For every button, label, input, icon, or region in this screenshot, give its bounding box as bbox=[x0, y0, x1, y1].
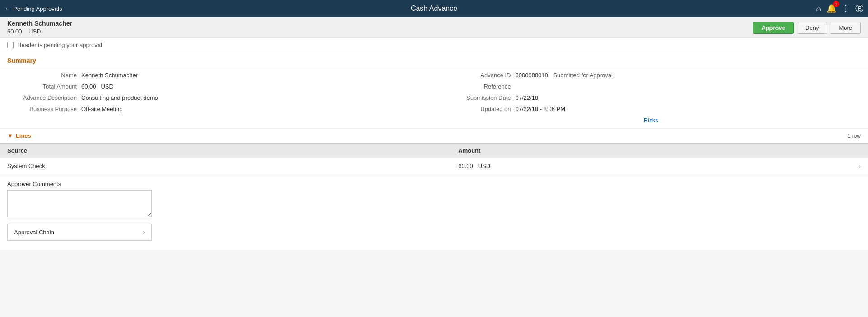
action-buttons: Approve Deny More bbox=[753, 20, 861, 34]
business-purpose-label: Business Purpose bbox=[9, 106, 81, 112]
back-button-label: Pending Approvals bbox=[13, 5, 62, 12]
advance-id-label: Advance ID bbox=[443, 72, 516, 79]
col-action bbox=[852, 144, 868, 158]
sub-header: Kenneth Schumacher 60.00 USD Approve Den… bbox=[0, 17, 868, 38]
more-button[interactable]: More bbox=[830, 22, 861, 34]
advance-desc-field-row: Advance Description Consulting and produ… bbox=[9, 94, 425, 101]
approval-chain-box[interactable]: Approval Chain › bbox=[7, 224, 152, 241]
currency: USD bbox=[28, 28, 41, 35]
pending-notice: Header is pending your approval bbox=[0, 38, 868, 52]
risks-link[interactable]: Risks bbox=[443, 117, 859, 124]
amount-line: 60.00 USD bbox=[7, 28, 72, 35]
approver-comments-textarea[interactable] bbox=[7, 190, 152, 217]
advance-description-label: Advance Description bbox=[9, 94, 81, 101]
submission-date-label: Submission Date bbox=[443, 94, 516, 101]
updated-on-label: Updated on bbox=[443, 106, 516, 112]
submission-date-value: 07/22/18 bbox=[516, 94, 539, 101]
advance-id-value: 0000000018 Submitted for Approval bbox=[516, 72, 613, 79]
updated-on-value: 07/22/18 - 8:06 PM bbox=[516, 106, 566, 112]
advance-description-value: Consulting and product demo bbox=[81, 94, 158, 101]
approver-comments-label: Approver Comments bbox=[7, 181, 861, 187]
lines-collapse-icon: ▼ bbox=[7, 132, 13, 139]
person-name: Kenneth Schumacher bbox=[7, 20, 72, 27]
checkbox-icon bbox=[7, 42, 14, 48]
back-arrow-icon: ← bbox=[5, 5, 11, 12]
total-amount-number: 60.00 bbox=[81, 83, 96, 90]
approve-button[interactable]: Approve bbox=[753, 22, 794, 34]
page-title: Cash Advance bbox=[411, 5, 457, 13]
home-icon[interactable]: ⌂ bbox=[816, 4, 821, 14]
back-button[interactable]: ← Pending Approvals bbox=[5, 5, 62, 12]
summary-left: Name Kenneth Schumacher Total Amount 60.… bbox=[0, 72, 434, 124]
name-value: Kenneth Schumacher bbox=[81, 72, 138, 79]
sub-header-left: Kenneth Schumacher 60.00 USD bbox=[7, 20, 72, 35]
cell-amount: 60.00 USD bbox=[451, 158, 851, 174]
col-amount: Amount bbox=[451, 144, 851, 158]
submission-date-field-row: Submission Date 07/22/18 bbox=[443, 94, 859, 101]
reference-field-row: Reference bbox=[443, 83, 859, 90]
user-icon[interactable]: Ⓑ bbox=[855, 3, 863, 14]
summary-right: Advance ID 0000000018 Submitted for Appr… bbox=[434, 72, 868, 124]
main-content: Summary Name Kenneth Schumacher Total Am… bbox=[0, 52, 868, 250]
table-header-row: Source Amount bbox=[0, 144, 868, 158]
header-icons: ⌂ 🔔 3 ⋮ Ⓑ bbox=[816, 3, 863, 14]
approver-comments-section: Approver Comments bbox=[0, 174, 868, 224]
table-row: System Check 60.00 USD › bbox=[0, 158, 868, 174]
row-count: 1 row bbox=[848, 133, 861, 139]
cell-source: System Check bbox=[0, 158, 451, 174]
pending-notice-text: Header is pending your approval bbox=[17, 42, 102, 48]
notification-badge: 3 bbox=[833, 1, 839, 7]
advance-id-status: Submitted for Approval bbox=[553, 72, 613, 79]
notification-icon[interactable]: 🔔 3 bbox=[826, 4, 836, 14]
deny-button[interactable]: Deny bbox=[797, 22, 827, 34]
business-purpose-value: Off-site Meeting bbox=[81, 106, 123, 112]
advance-id-number: 0000000018 bbox=[516, 72, 548, 79]
cell-chevron[interactable]: › bbox=[852, 158, 868, 174]
advance-id-field-row: Advance ID 0000000018 Submitted for Appr… bbox=[443, 72, 859, 79]
lines-section-header[interactable]: ▼ Lines 1 row bbox=[0, 129, 868, 143]
amount-value: 60.00 bbox=[7, 28, 22, 35]
lines-label: Lines bbox=[16, 132, 31, 139]
menu-icon[interactable]: ⋮ bbox=[842, 4, 850, 14]
business-purpose-field-row: Business Purpose Off-site Meeting bbox=[9, 106, 425, 112]
risks-link-row: Risks bbox=[443, 117, 859, 124]
updated-on-field-row: Updated on 07/22/18 - 8:06 PM bbox=[443, 106, 859, 112]
total-amount-value: 60.00 USD bbox=[81, 83, 113, 90]
name-label: Name bbox=[9, 72, 81, 79]
total-amount-currency: USD bbox=[101, 83, 113, 90]
top-header: ← Pending Approvals Cash Advance ⌂ 🔔 3 ⋮… bbox=[0, 0, 868, 17]
reference-label: Reference bbox=[443, 83, 516, 90]
approval-chain-label: Approval Chain bbox=[14, 229, 143, 236]
name-field-row: Name Kenneth Schumacher bbox=[9, 72, 425, 79]
approval-chain-chevron-icon: › bbox=[143, 228, 145, 236]
summary-grid: Name Kenneth Schumacher Total Amount 60.… bbox=[0, 67, 868, 129]
total-amount-field-row: Total Amount 60.00 USD bbox=[9, 83, 425, 90]
col-source: Source bbox=[0, 144, 451, 158]
summary-section-header: Summary bbox=[0, 52, 868, 67]
total-amount-label: Total Amount bbox=[9, 83, 81, 90]
lines-table: Source Amount System Check 60.00 USD › bbox=[0, 143, 868, 174]
